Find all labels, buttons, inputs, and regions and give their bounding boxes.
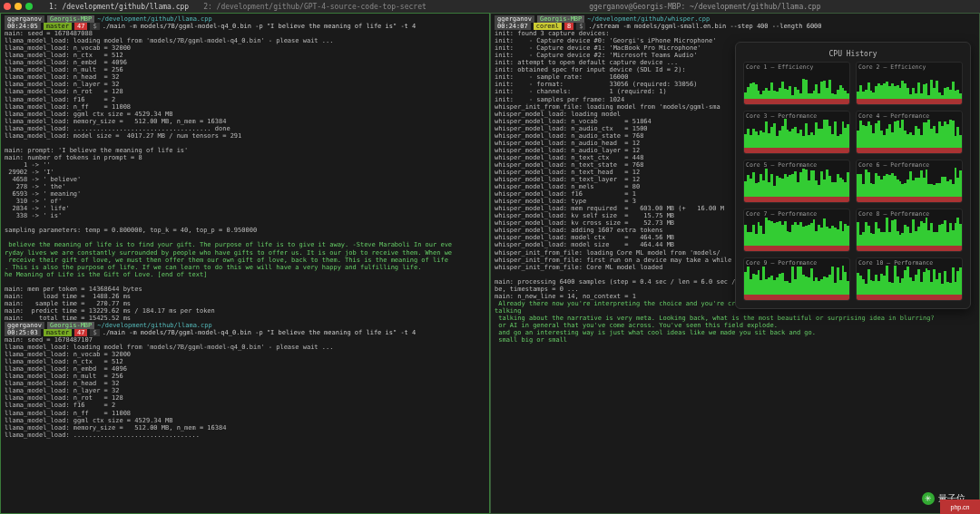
output-1: main: seed = 1678487088 llama_model_load… <box>5 30 485 241</box>
cpu-core-1: Core 1 — Efficiency <box>743 62 850 105</box>
cpu-bars <box>744 119 849 153</box>
branch-seg: master <box>44 23 72 30</box>
arrow-seg: $ <box>90 23 99 30</box>
prompt-1b: 00:24:05 master 47 $ ./main -m models/7B… <box>5 23 485 30</box>
command-r: ./stream -m models/ggml-small.en.bin --s… <box>588 23 821 30</box>
cpu-bars <box>857 168 962 202</box>
cpu-core-5: Core 5 — Performance <box>743 160 850 203</box>
cpu-bars <box>744 217 849 251</box>
cpu-core-8: Core 8 — Performance <box>856 209 963 252</box>
prompt-rb: 00:24:07 coreml 8 $ ./stream -m models/g… <box>495 23 975 30</box>
cpu-bars <box>857 70 962 104</box>
cpu-bars <box>744 168 849 202</box>
generated-text: believe the meaning of life is to find y… <box>5 241 485 277</box>
branch-seg: coreml <box>534 23 562 30</box>
cpu-title: CPU History <box>743 50 963 58</box>
wechat-icon: ✳ <box>922 492 935 505</box>
cpu-history-window[interactable]: CPU History Core 1 — EfficiencyCore 2 — … <box>735 42 971 309</box>
host-seg: Georgis-MBP <box>47 15 94 23</box>
output-2: main: mem per token = 14368644 bytes mai… <box>5 278 485 322</box>
prompt-1: ggerganov Georgis-MBP ~/development/gith… <box>5 15 485 23</box>
cpu-core-3: Core 3 — Performance <box>743 111 850 154</box>
title-bar: 1: /development/github/llama.cpp 2: /dev… <box>0 0 980 13</box>
minimize-icon[interactable] <box>15 3 22 10</box>
cpu-bars <box>744 70 849 104</box>
prompt-r: ggerganov Georgis-MBP ~/development/gith… <box>495 15 975 23</box>
cpu-core-4: Core 4 — Performance <box>856 111 963 154</box>
cpu-core-10: Core 10 — Performance <box>856 257 963 301</box>
cpu-bars <box>857 217 962 251</box>
command-1: ./main -m models/7B/ggml-model-q4_0.bin … <box>103 23 416 30</box>
php-badge: php.cn <box>940 499 980 514</box>
cpu-core-9: Core 9 — Performance <box>743 257 850 301</box>
close-icon[interactable] <box>4 3 11 10</box>
terminal-left[interactable]: ggerganov Georgis-MBP ~/development/gith… <box>0 13 490 514</box>
cpu-bars <box>744 266 849 300</box>
output-3: main: seed = 1678487107 llama_model_load… <box>5 336 485 439</box>
user-seg: ggerganov <box>5 15 44 23</box>
cpu-core-2: Core 2 — Efficiency <box>856 62 963 105</box>
command-2: ./main -m models/7B/ggml-model-q4_0.bin … <box>103 329 416 336</box>
time-seg: 00:24:05 <box>5 23 41 30</box>
tab-1[interactable]: 1: /development/github/llama.cpp <box>42 3 196 11</box>
window-title: ggerganov@Georgis-MBP: ~/development/git… <box>434 3 976 11</box>
path: ~/development/github/llama.cpp <box>97 15 211 23</box>
count-seg: 47 <box>74 23 87 30</box>
cpu-bars <box>857 266 962 300</box>
cpu-bars <box>857 119 962 153</box>
window-controls[interactable] <box>4 3 33 10</box>
cpu-core-7: Core 7 — Performance <box>743 209 850 252</box>
prompt-2b: 00:25:03 master 47 $ ./main -m models/7B… <box>5 329 485 336</box>
zoom-icon[interactable] <box>25 3 33 10</box>
tab-2[interactable]: 2: /development/github/GPT-4-source-code… <box>196 3 434 11</box>
cpu-core-6: Core 6 — Performance <box>856 160 963 203</box>
prompt-2: ggerganov Georgis-MBP ~/development/gith… <box>5 322 485 329</box>
